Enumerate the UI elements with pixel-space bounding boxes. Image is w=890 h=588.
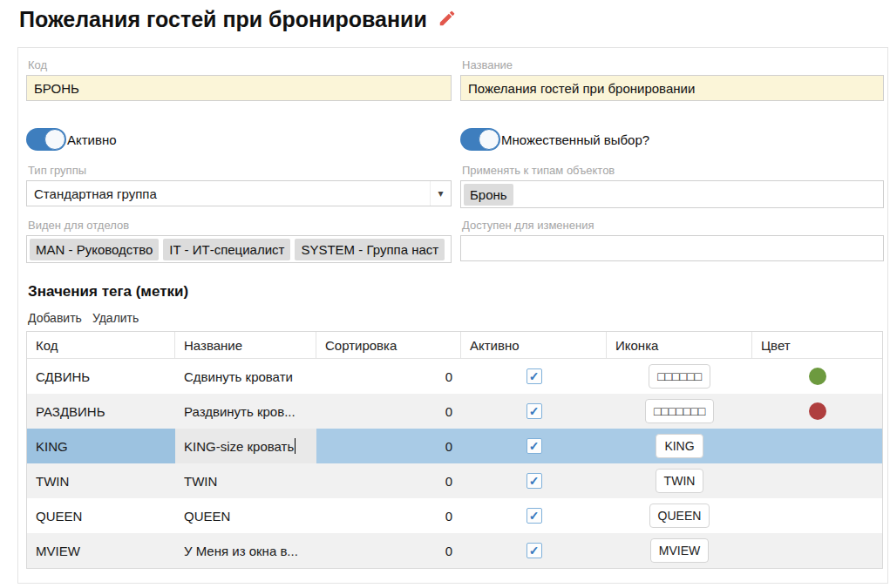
color-dot[interactable] [809,402,826,420]
tag-chip[interactable]: SYSTEM - Группа наст [295,239,445,260]
name-label: Название [462,58,884,71]
column-header[interactable]: Сортировка [316,332,461,358]
departments-field: Виден для отделов MAN - Руководство IT -… [26,217,452,263]
group-type-value: Стандартная группа [34,186,157,201]
cell-name: QUEEN [175,509,316,524]
delete-button[interactable]: Удалить [92,311,139,325]
toggle-knob [479,129,499,150]
cell-icon: □□□□□□ [607,364,752,389]
cell-code: KING [27,429,175,463]
cell-icon: QUEEN [607,504,752,528]
cell-icon: KING [607,434,752,458]
column-header[interactable]: Активно [461,332,607,358]
name-field: Название [460,57,884,101]
group-type-select[interactable]: Стандартная группа ▾ [26,180,452,206]
active-checkbox[interactable]: ✓ [527,473,542,489]
group-type-label: Тип группы [28,164,452,177]
multi-select-toggle-label: Множественный выбор? [501,132,649,147]
page-title-text: Пожелания гостей при бронировании [19,7,427,32]
cell-sort: 0 [316,474,461,489]
cell-code: QUEEN [27,509,175,524]
active-checkbox[interactable]: ✓ [527,543,542,558]
cell-name: У Меня из окна в... [175,544,316,558]
group-type-field: Тип группы Стандартная группа ▾ [26,162,452,208]
cell-name-editing[interactable]: KING-size кровать [175,429,316,463]
tag-chip[interactable]: MAN - Руководство [30,239,159,260]
cell-active: ✓ [461,473,607,489]
cell-code: РАЗДВИНЬ [27,404,175,419]
cell-code: MVIEW [27,544,175,558]
cell-sort: 0 [316,544,461,558]
cell-name: TWIN [175,474,316,489]
icon-picker-button[interactable]: TWIN [656,469,704,493]
object-types-input[interactable]: Бронь [460,180,884,208]
code-label: Код [28,58,452,71]
cell-icon: TWIN [607,469,752,493]
table-row[interactable]: QUEEN QUEEN 0 ✓ QUEEN [27,498,882,533]
cell-code: TWIN [27,474,175,489]
cell-color [752,368,882,385]
tag-group-form-panel: Код Название Активно Множественный выбор… [17,47,888,584]
page-title: Пожелания гостей при бронировании [19,5,890,33]
active-checkbox[interactable]: ✓ [527,368,542,384]
icon-picker-button[interactable]: KING [656,434,703,458]
icon-picker-button[interactable]: QUEEN [649,504,710,528]
column-header[interactable]: Код [27,332,175,358]
cell-sort: 0 [316,439,461,454]
cell-name: Сдвинуть кровати [175,369,316,384]
column-header[interactable]: Название [175,332,316,358]
cell-name: Раздвинуть кров... [175,404,316,419]
departments-label: Виден для отделов [28,219,452,232]
add-button[interactable]: Добавить [28,311,82,325]
table-toolbar: Добавить Удалить [28,311,875,325]
editable-by-field: Доступен для изменения [460,217,884,263]
table-row-selected[interactable]: KING KING-size кровать 0 ✓ KING [27,429,882,463]
code-field: Код [26,57,452,101]
icon-picker-button[interactable]: □□□□□□ [649,364,710,389]
code-input[interactable] [26,75,452,101]
cell-sort: 0 [316,404,461,419]
table-row[interactable]: РАЗДВИНЬ Раздвинуть кров... 0 ✓ □□□□□□□ [27,394,882,429]
table-row[interactable]: TWIN TWIN 0 ✓ TWIN [27,463,882,498]
multi-select-toggle[interactable] [460,128,500,151]
active-toggle-label: Активно [67,132,117,147]
table-row[interactable]: СДВИНЬ Сдвинуть кровати 0 ✓ □□□□□□ [27,359,882,394]
cell-sort: 0 [316,509,461,524]
table-row[interactable]: MVIEW У Меня из окна в... 0 ✓ MVIEW [27,533,882,568]
name-input[interactable] [460,75,884,101]
tag-values-table: Код Название Сортировка Активно Иконка Ц… [26,331,883,569]
cell-code: СДВИНЬ [27,369,175,384]
active-checkbox[interactable]: ✓ [527,438,542,454]
active-checkbox[interactable]: ✓ [527,508,542,524]
column-header[interactable]: Иконка [607,332,752,358]
active-toggle[interactable] [26,128,66,151]
color-dot[interactable] [809,368,826,385]
cell-sort: 0 [316,369,461,384]
active-toggle-row: Активно [26,128,452,151]
multi-select-toggle-row: Множественный выбор? [460,128,884,151]
editable-by-input[interactable] [460,235,884,261]
tag-chip[interactable]: Бронь [464,184,513,206]
editable-by-label: Доступен для изменения [462,219,884,232]
active-checkbox[interactable]: ✓ [527,403,542,419]
table-header-row: Код Название Сортировка Активно Иконка Ц… [27,332,882,359]
cell-active: ✓ [461,438,607,454]
toggle-knob [44,129,65,150]
chevron-down-icon[interactable]: ▾ [430,181,451,206]
tag-values-section-title: Значения тега (метки) [28,283,875,301]
icon-picker-button[interactable]: MVIEW [650,538,709,563]
text-caret [295,438,296,454]
column-header[interactable]: Цвет [752,332,882,358]
cell-active: ✓ [461,403,607,419]
object-types-label: Применять к типам объектов [462,164,884,177]
cell-color [752,402,882,420]
departments-input[interactable]: MAN - Руководство IT - ИТ-специалист SYS… [26,235,452,263]
cell-active: ✓ [461,543,607,558]
cell-icon: MVIEW [607,538,752,563]
icon-picker-button[interactable]: □□□□□□□ [645,399,714,423]
tag-chip[interactable]: IT - ИТ-специалист [163,239,290,260]
cell-icon: □□□□□□□ [607,399,752,423]
object-types-field: Применять к типам объектов Бронь [460,162,884,208]
cell-active: ✓ [461,368,607,384]
edit-pencil-icon[interactable] [438,8,457,33]
